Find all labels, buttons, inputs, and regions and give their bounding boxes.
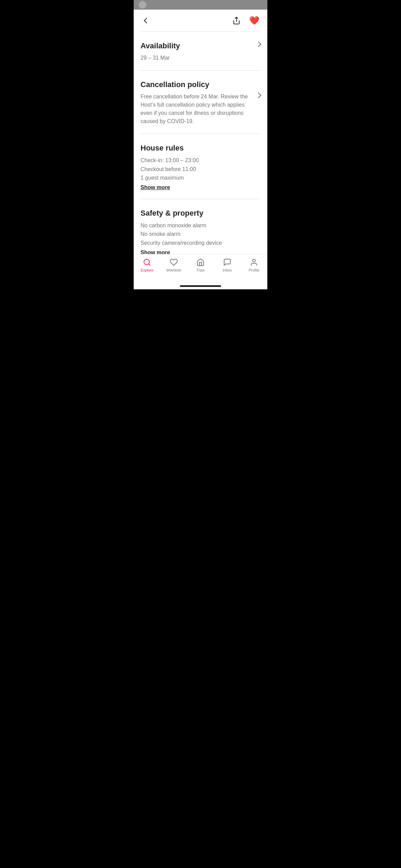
explore-icon [143, 258, 151, 267]
nav-item-explore[interactable]: Explore [134, 258, 160, 272]
cancellation-chevron-icon [256, 93, 260, 97]
safety-section: Safety & property No carbon monoxide ala… [134, 199, 267, 254]
availability-section: Availability 29 – 31 Mar [134, 32, 267, 70]
cancellation-description: Free cancellation before 24 Mar. Review … [141, 93, 253, 125]
availability-row[interactable]: Availability 29 – 31 Mar [141, 41, 260, 62]
checkout-time: Checkout before 11:00 [141, 165, 260, 174]
svg-line-2 [149, 264, 150, 265]
cancellation-title: Cancellation policy [141, 80, 260, 89]
nav-item-profile[interactable]: Profile [241, 258, 267, 272]
nav-item-wishlists[interactable]: Wishlists [160, 258, 187, 272]
house-rules-body: Check-in: 13:00 – 23:00 Checkout before … [141, 156, 260, 182]
favorite-button[interactable]: ❤️ [248, 14, 260, 27]
safety-item-3: Security camera/recording device [141, 239, 260, 248]
profile-icon [250, 258, 258, 267]
home-indicator [180, 285, 221, 287]
availability-chevron-icon [256, 41, 260, 46]
trips-icon [196, 258, 205, 267]
nav-item-trips[interactable]: Trips [187, 258, 214, 272]
guest-max: 1 guest maximum [141, 173, 260, 182]
inbox-icon [223, 258, 232, 267]
safety-show-more[interactable]: Show more [141, 250, 170, 254]
trips-label: Trips [196, 268, 205, 272]
availability-title: Availability [141, 41, 180, 50]
inbox-label: Inbox [223, 268, 232, 272]
checkin-time: Check-in: 13:00 – 23:00 [141, 156, 260, 165]
phone-frame: ❤️ Availability 29 – 31 Mar Cancellation… [134, 0, 267, 289]
back-button[interactable] [141, 14, 153, 27]
share-icon [232, 16, 241, 25]
house-rules-title: House rules [141, 144, 260, 153]
share-button[interactable] [230, 14, 243, 27]
house-rules-section: House rules Check-in: 13:00 – 23:00 Chec… [134, 134, 267, 199]
scroll-content[interactable]: ❤️ Availability 29 – 31 Mar Cancellation… [134, 10, 267, 254]
safety-item-1: No carbon monoxide alarm [141, 221, 260, 230]
profile-label: Profile [248, 268, 259, 272]
status-bar [134, 0, 267, 10]
explore-label: Explore [141, 268, 153, 272]
status-dot [139, 1, 146, 9]
safety-body: No carbon monoxide alarm No smoke alarm … [141, 221, 260, 248]
availability-date: 29 – 31 Mar [141, 54, 180, 62]
nav-item-inbox[interactable]: Inbox [214, 258, 241, 272]
cancellation-row[interactable]: Free cancellation before 24 Mar. Review … [141, 93, 260, 125]
bottom-nav: Explore Wishlists Trips [134, 254, 267, 282]
availability-content: Availability 29 – 31 Mar [141, 41, 180, 62]
cancellation-section: Cancellation policy Free cancellation be… [134, 71, 267, 134]
wishlists-label: Wishlists [166, 268, 181, 272]
house-rules-show-more[interactable]: Show more [141, 184, 170, 191]
home-bar [134, 282, 267, 289]
safety-title: Safety & property [141, 209, 260, 218]
wishlists-icon [169, 258, 178, 267]
back-chevron-icon [144, 18, 150, 24]
top-right-actions: ❤️ [230, 14, 260, 27]
svg-point-3 [253, 259, 255, 262]
top-bar: ❤️ [134, 10, 267, 32]
safety-item-2: No smoke alarm [141, 230, 260, 239]
